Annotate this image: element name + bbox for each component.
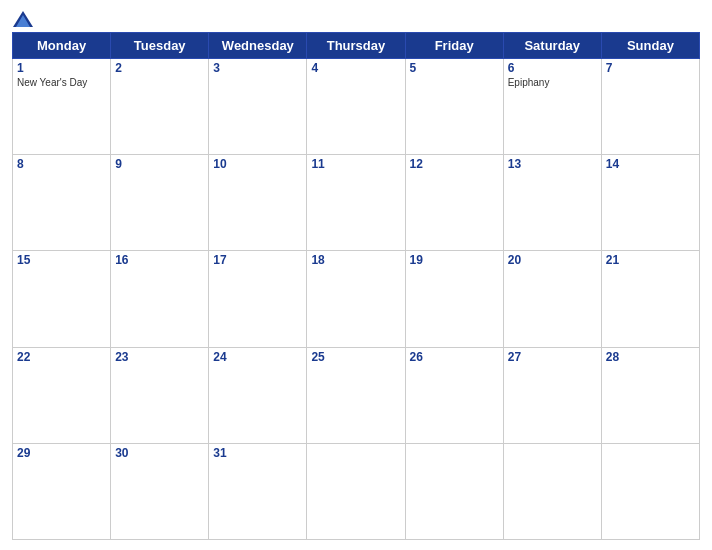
- calendar-cell: [503, 443, 601, 539]
- calendar-cell: 20: [503, 251, 601, 347]
- calendar-cell: 22: [13, 347, 111, 443]
- weekday-header: Monday: [13, 33, 111, 59]
- calendar-cell: 26: [405, 347, 503, 443]
- weekday-header: Saturday: [503, 33, 601, 59]
- weekday-header: Wednesday: [209, 33, 307, 59]
- day-number: 9: [115, 157, 204, 171]
- day-number: 1: [17, 61, 106, 75]
- calendar-header: MondayTuesdayWednesdayThursdayFridaySatu…: [13, 33, 700, 59]
- calendar-cell: 6Epiphany: [503, 59, 601, 155]
- calendar-cell: 10: [209, 155, 307, 251]
- calendar-cell: 13: [503, 155, 601, 251]
- calendar-cell: 9: [111, 155, 209, 251]
- calendar-cell: 5: [405, 59, 503, 155]
- calendar-cell: 28: [601, 347, 699, 443]
- day-number: 5: [410, 61, 499, 75]
- day-number: 27: [508, 350, 597, 364]
- calendar-cell: [405, 443, 503, 539]
- day-number: 2: [115, 61, 204, 75]
- calendar-week-row: 22232425262728: [13, 347, 700, 443]
- day-number: 3: [213, 61, 302, 75]
- weekday-header: Sunday: [601, 33, 699, 59]
- day-number: 11: [311, 157, 400, 171]
- calendar-cell: 29: [13, 443, 111, 539]
- day-number: 24: [213, 350, 302, 364]
- calendar-cell: 31: [209, 443, 307, 539]
- day-number: 17: [213, 253, 302, 267]
- day-number: 29: [17, 446, 106, 460]
- calendar-cell: 21: [601, 251, 699, 347]
- calendar-cell: 8: [13, 155, 111, 251]
- calendar-cell: 14: [601, 155, 699, 251]
- day-number: 28: [606, 350, 695, 364]
- day-number: 31: [213, 446, 302, 460]
- top-bar: [12, 10, 700, 28]
- day-number: 7: [606, 61, 695, 75]
- day-number: 12: [410, 157, 499, 171]
- day-number: 15: [17, 253, 106, 267]
- calendar-cell: 12: [405, 155, 503, 251]
- calendar-cell: [307, 443, 405, 539]
- holiday-name: New Year's Day: [17, 77, 106, 88]
- calendar-cell: 16: [111, 251, 209, 347]
- day-number: 23: [115, 350, 204, 364]
- calendar-cell: 11: [307, 155, 405, 251]
- calendar-week-row: 1New Year's Day23456Epiphany7: [13, 59, 700, 155]
- calendar-cell: 2: [111, 59, 209, 155]
- day-number: 30: [115, 446, 204, 460]
- calendar-cell: 23: [111, 347, 209, 443]
- calendar-cell: 4: [307, 59, 405, 155]
- day-number: 13: [508, 157, 597, 171]
- day-number: 8: [17, 157, 106, 171]
- calendar-body: 1New Year's Day23456Epiphany789101112131…: [13, 59, 700, 540]
- day-number: 19: [410, 253, 499, 267]
- calendar-week-row: 891011121314: [13, 155, 700, 251]
- day-number: 25: [311, 350, 400, 364]
- calendar-cell: 17: [209, 251, 307, 347]
- weekday-header: Friday: [405, 33, 503, 59]
- day-number: 20: [508, 253, 597, 267]
- calendar-cell: 19: [405, 251, 503, 347]
- calendar-cell: [601, 443, 699, 539]
- calendar-cell: 18: [307, 251, 405, 347]
- calendar-cell: 3: [209, 59, 307, 155]
- logo-icon: [12, 10, 34, 28]
- day-number: 18: [311, 253, 400, 267]
- day-number: 26: [410, 350, 499, 364]
- holiday-name: Epiphany: [508, 77, 597, 88]
- calendar-week-row: 15161718192021: [13, 251, 700, 347]
- calendar-cell: 7: [601, 59, 699, 155]
- day-number: 10: [213, 157, 302, 171]
- calendar-cell: 15: [13, 251, 111, 347]
- day-number: 14: [606, 157, 695, 171]
- day-number: 6: [508, 61, 597, 75]
- calendar-week-row: 293031: [13, 443, 700, 539]
- calendar-table: MondayTuesdayWednesdayThursdayFridaySatu…: [12, 32, 700, 540]
- logo: [12, 10, 42, 28]
- day-number: 16: [115, 253, 204, 267]
- calendar-cell: 27: [503, 347, 601, 443]
- day-number: 4: [311, 61, 400, 75]
- weekday-header: Thursday: [307, 33, 405, 59]
- calendar-cell: 25: [307, 347, 405, 443]
- calendar-cell: 1New Year's Day: [13, 59, 111, 155]
- day-number: 21: [606, 253, 695, 267]
- calendar-cell: 24: [209, 347, 307, 443]
- day-number: 22: [17, 350, 106, 364]
- calendar-cell: 30: [111, 443, 209, 539]
- weekday-header: Tuesday: [111, 33, 209, 59]
